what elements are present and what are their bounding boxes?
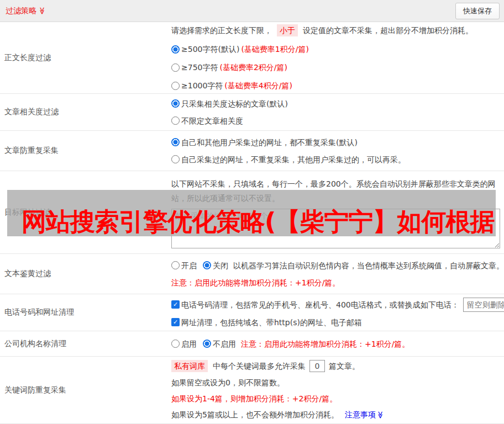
row-label: 公司机构名称清理 [0,331,171,356]
keyword-max-count-input[interactable] [309,360,325,372]
phone-clean-checkbox[interactable] [171,300,180,309]
row-keyword-dedup: 关键词防重复采集 私有词库 中每个关键词最多允许采集 篇文章。 如果留空或设为0… [0,357,504,424]
row-content-length-filter: 正文长度过滤 请选择需求的正文长度下限， 小于 设定值的文章不采集，超出部分不增… [0,22,504,94]
row-porn-filter: 文本鉴黄过滤 开启 关闭 以机器学习算法自动识别色情内容，当色情概率达到系统阈值… [0,254,504,294]
phone-clean-checkbox-row: 电话号码清理，包括常见的手机号、座机号、400电话格式，或替换成如下电话： [171,298,504,312]
porn-filter-cost-note: 注意：启用此功能将增加积分消耗：+1积分/篇。 [171,277,504,288]
notes-link[interactable]: 注意事项 ≫ [345,409,385,420]
radio-icon[interactable] [171,138,180,146]
radio-icon[interactable] [171,99,180,108]
row-label: 关键词防重复采集 [0,357,171,423]
radio-icon[interactable] [171,155,180,163]
radio-icon[interactable] [171,63,180,72]
chevron-down-icon: ≫ [39,7,46,15]
row-target-website-filter: 目标网站过滤 以下网站不采集，只填域名，每行一个，最多200个。系统会自动识别并… [0,171,504,254]
radio-icon[interactable] [171,45,180,54]
replacement-phone-input[interactable] [463,298,504,312]
row-label: 正文长度过滤 [0,22,171,93]
keyword-note-cost: 如果设为1-4篇，则增加积分消耗：+2积分/篇。 [171,393,500,404]
less-than-tag: 小于 [277,24,298,36]
private-lexicon-tag: 私有词库 [171,360,208,372]
topbar: 过滤策略 ≫ 快速保存 [0,0,504,22]
radio-icon[interactable] [171,82,180,90]
blocked-domains-textarea[interactable] [171,209,500,248]
quick-save-button[interactable]: 快速保存 [455,3,500,19]
keyword-note-five: 如果设为5篇或以上，也不会额外增加积分消耗。 注意事项 ≫ [171,409,500,420]
radio-icon[interactable] [203,340,211,348]
radio-option-porn-off[interactable]: 关闭 [203,260,228,271]
row-company-name-cleaning: 公司机构名称清理 启用 不启用 注意：启用此功能将增加积分消耗：+1积分/篇。 [0,331,504,357]
filter-strategy-page: 过滤策略 ≫ 快速保存 正文长度过滤 请选择需求的正文长度下限， 小于 设定值的… [0,0,504,424]
radio-option-relevance-default[interactable]: 只采集相关度达标的文章(默认) [171,98,500,109]
radio-icon[interactable] [171,116,180,125]
porn-filter-description: 以机器学习算法自动识别色情内容，当色情概率达到系统阈值，自动屏蔽文章。 [233,260,504,271]
radio-option-750[interactable]: ≥750字符 (基础费率2积分/篇) [171,62,500,73]
radio-option-porn-on[interactable]: 开启 [171,260,197,271]
url-clean-checkbox-row: 网址清理，包括纯域名、带http(s)的网址、电子邮箱 [171,317,504,328]
company-clean-cost-note: 注意：启用此功能将增加积分消耗：+1积分/篇。 [241,338,410,349]
radio-icon[interactable] [171,261,180,269]
page-title: 过滤策略 [6,6,36,16]
row-label: 文本鉴黄过滤 [0,254,171,294]
radio-option-company-on[interactable]: 启用 [171,338,197,349]
radio-option-relevance-unlimited[interactable]: 不限定文章相关度 [171,115,500,126]
url-clean-checkbox[interactable] [171,318,180,326]
radio-option-dedup-self[interactable]: 自己采集过的网址，不重复采集，其他用户采集过的，可以再采。 [171,154,500,165]
row-label: 文章相关度过滤 [0,94,171,130]
row-label: 目标网站过滤 [0,171,171,253]
radio-option-500[interactable]: ≥500字符(默认) (基础费率1积分/篇) [171,44,500,55]
keyword-limit-row: 私有词库 中每个关键词最多允许采集 篇文章。 [171,360,500,372]
row-label: 文章防重复采集 [0,131,171,171]
chevron-down-icon: ≫ [377,411,384,418]
row-phone-url-cleaning: 电话号码和网址清理 电话号码清理，包括常见的手机号、座机号、400电话格式，或替… [0,294,504,331]
radio-option-company-off[interactable]: 不启用 [203,338,236,349]
target-filter-description: 以下网站不采集，只填域名，每行一个，最多200个。系统会自动识别并屏蔽那些非文章… [171,177,500,205]
row-dedup-collection: 文章防重复采集 自己和其他用户采集过的网址，都不重复采集(默认) 自己采集过的网… [0,131,504,171]
radio-icon[interactable] [203,261,211,269]
radio-option-1000[interactable]: ≥1000字符 (基础费率4积分/篇) [171,80,500,91]
radio-option-dedup-all[interactable]: 自己和其他用户采集过的网址，都不重复采集(默认) [171,137,500,148]
keyword-note-zero: 如果留空或设为0，则不限篇数。 [171,377,500,388]
row-label: 电话号码和网址清理 [0,294,171,331]
section-toggle-filter-strategy[interactable]: 过滤策略 ≫ [6,6,46,16]
radio-icon[interactable] [171,340,180,348]
length-filter-description: 请选择需求的正文长度下限， 小于 设定值的文章不采集，超出部分不增加积分消耗。 [171,24,500,36]
row-relevance-filter: 文章相关度过滤 只采集相关度达标的文章(默认) 不限定文章相关度 [0,94,504,131]
